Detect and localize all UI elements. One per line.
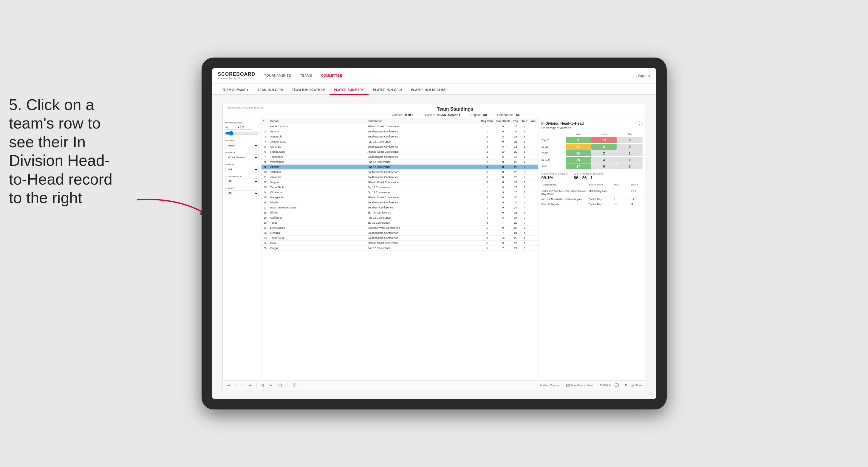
- filter-region: Region N/A East West: [225, 163, 259, 172]
- nav-committee[interactable]: COMMITTEE: [321, 72, 342, 79]
- tournament-pos: 1: [614, 198, 629, 201]
- table-row[interactable]: 3 Vanderbilt Southeastern Conference 2 8…: [261, 134, 538, 139]
- cell-rank: 16: [261, 200, 269, 205]
- cut-button[interactable]: ✂: [268, 383, 274, 388]
- table-row[interactable]: 23 Texas A&M Southeastern Conference 9 1…: [261, 236, 538, 241]
- table-row[interactable]: 22 Georgia Southeastern Conference 8 7 2…: [261, 230, 538, 236]
- cell-rds: 22: [512, 165, 520, 170]
- cell-conference: Big 12 Conference: [366, 190, 479, 195]
- cell-conf-rank: 7: [495, 230, 512, 236]
- sub-nav-team-h2h-grid[interactable]: TEAM H2H GRID: [253, 86, 287, 95]
- table-row[interactable]: 10 Alabama Southeastern Conference 5 8 2…: [261, 170, 538, 175]
- min-rounds-slider[interactable]: [225, 131, 259, 136]
- bottom-toolbar: ↩ ‹ › ↪ ⧉ ✂ 📋 🕐 👁 View: Original: [223, 380, 646, 390]
- cell-tour: 2: [520, 215, 529, 220]
- col-header-rank: #: [261, 118, 269, 124]
- h2h-col-loss: Loss: [591, 133, 617, 136]
- cell-win: [529, 149, 538, 154]
- cell-win: [529, 210, 538, 215]
- cell-tour: 1: [520, 230, 529, 236]
- cell-school: North Carolina: [269, 124, 366, 129]
- table-row[interactable]: 15 Georgia Tech Atlantic Coast Conferenc…: [261, 195, 538, 200]
- paste-button[interactable]: 📋: [276, 383, 284, 388]
- cell-rank: 11: [261, 175, 269, 180]
- h2h-school: University of Arizona: [541, 126, 584, 130]
- sub-nav-player-h2h-heatmap[interactable]: PLAYER H2H HEATMAP: [406, 86, 452, 95]
- tournament-name: Cabo Collegiate: [541, 203, 587, 206]
- cell-rank: 4: [261, 139, 269, 144]
- h2h-close-button[interactable]: ×: [637, 121, 643, 127]
- table-row[interactable]: 16 Florida Southeastern Conference 7 9 2…: [261, 200, 538, 205]
- table-row[interactable]: 17 East Tennessee State Southern Confere…: [261, 205, 538, 210]
- h2h-range: 26-50: [541, 151, 565, 156]
- table-row[interactable]: 24 Duke Atlantic Coast Conference 5 9 27…: [261, 241, 538, 246]
- table-row[interactable]: 7 Tennessee Southeastern Conference 4 6 …: [261, 154, 538, 160]
- table-row[interactable]: 13 Texas Tech Big 12 Conference 1 9 27 2: [261, 185, 538, 190]
- h2h-loss-cell: 8: [591, 144, 617, 150]
- clock-button[interactable]: 🕐: [291, 383, 298, 388]
- table-row[interactable]: 18 Illinois Big Ten Conference 1 9 23 3: [261, 210, 538, 215]
- table-row[interactable]: 11 Arkansas Southeastern Conference 6 8 …: [261, 175, 538, 180]
- h2h-wlt-record: 86 - 26 - 1: [574, 175, 603, 180]
- undo-button[interactable]: ↩: [226, 383, 232, 388]
- sub-nav-player-summary[interactable]: PLAYER SUMMARY: [330, 86, 369, 95]
- cell-conf-rank: 9: [495, 241, 512, 246]
- cell-reg-rank: 3: [479, 165, 495, 170]
- cell-rank: 10: [261, 170, 269, 175]
- toolbar-divider-3: [563, 383, 563, 388]
- cell-tour: 4: [520, 200, 529, 205]
- view-original-btn[interactable]: 👁 View: Original: [539, 384, 559, 387]
- table-row[interactable]: 21 New Mexico Mountain West Conference 1…: [261, 225, 538, 230]
- table-row[interactable]: 1 North Carolina Atlantic Coast Conferen…: [261, 124, 538, 129]
- h2h-grid-header: Win Loss Tie: [541, 133, 643, 136]
- division-select[interactable]: NCAA Division I NCAA Division II: [225, 155, 259, 160]
- watch-btn[interactable]: 👁 Watch: [600, 384, 611, 387]
- school-select[interactable]: (All) Arizona: [225, 191, 259, 196]
- cell-school: Arizona: [269, 165, 366, 170]
- tournament-event-type: Stroke Play: [589, 203, 613, 206]
- sub-nav-team-summary[interactable]: TEAM SUMMARY: [218, 86, 253, 95]
- sub-nav-team-h2h-heatmap[interactable]: TEAM H2H HEATMAP: [287, 86, 330, 95]
- sign-out-link[interactable]: | Sign out: [636, 74, 650, 77]
- export-button[interactable]: ⬆: [623, 383, 629, 388]
- tablet-screen: SCOREBOARD Powered by clippd TOURNAMENTS…: [212, 68, 656, 399]
- table-row[interactable]: 25 Oregon Pac-12 Conference 5 7 21 0: [261, 246, 538, 251]
- min-rounds-min-input[interactable]: [225, 125, 237, 130]
- tournament-score: 17: [631, 203, 643, 206]
- comment-button[interactable]: 💬: [613, 383, 621, 388]
- nav-tournaments[interactable]: TOURNAMENTS: [264, 72, 291, 79]
- cell-win: [529, 175, 538, 180]
- h2h-tie-cell: 0: [617, 137, 642, 143]
- sub-navigation: TEAM SUMMARY TEAM H2H GRID TEAM H2H HEAT…: [212, 84, 656, 95]
- cell-rds: 20: [512, 220, 520, 225]
- table-row[interactable]: 5 Ole Miss Southeastern Conference 3 6 1…: [261, 144, 538, 149]
- table-row[interactable]: 4 Arizona State Pac-12 Conference 4 9 26…: [261, 139, 538, 144]
- step-forward-button[interactable]: ›: [241, 383, 245, 388]
- table-row[interactable]: 19 California Pac-12 Conference 4 8 24 2: [261, 215, 538, 220]
- cell-rds: 18: [512, 154, 520, 160]
- region-select[interactable]: N/A East West: [225, 167, 259, 172]
- table-row[interactable]: 2 Auburn Southeastern Conference 1 9 27 …: [261, 129, 538, 134]
- cell-school: Arkansas: [269, 175, 366, 180]
- min-rounds-max-input[interactable]: [240, 125, 252, 130]
- share-btn[interactable]: 🔗 Share: [631, 384, 643, 387]
- table-row[interactable]: 12 Virginia Atlantic Coast Conference 3 …: [261, 180, 538, 185]
- copy-button[interactable]: ⧉: [260, 383, 266, 388]
- save-custom-btn[interactable]: 💾 Save Custom View: [566, 384, 593, 387]
- gender-select[interactable]: Men's Women's: [225, 143, 259, 148]
- cell-reg-rank: 1: [479, 225, 495, 230]
- sub-nav-player-h2h-grid[interactable]: PLAYER H2H GRID: [369, 86, 407, 95]
- table-row[interactable]: 9 Arizona Pac-12 Conference 3 8 22 3: [261, 165, 538, 170]
- cell-reg-rank: 1: [479, 129, 495, 134]
- redo-button[interactable]: ↪: [247, 383, 253, 388]
- table-row[interactable]: 14 Oklahoma Big 12 Conference 2 9 26 2: [261, 190, 538, 195]
- table-row[interactable]: 6 Florida State Atlantic Coast Conferenc…: [261, 149, 538, 154]
- nav-teams[interactable]: TEAMS: [300, 72, 312, 79]
- cell-rds: 20: [512, 236, 520, 241]
- step-back-button[interactable]: ‹: [234, 383, 238, 388]
- table-row[interactable]: 20 Texas Big 12 Conference 3 7 20 7: [261, 220, 538, 225]
- cell-tour: 1: [520, 144, 529, 149]
- conference-select[interactable]: (All) ACC SEC: [225, 179, 259, 184]
- h2h-opponents-pct: 99.1%: [541, 175, 568, 180]
- table-row[interactable]: 8 Washington Pac-12 Conference 2 8 23 1: [261, 160, 538, 165]
